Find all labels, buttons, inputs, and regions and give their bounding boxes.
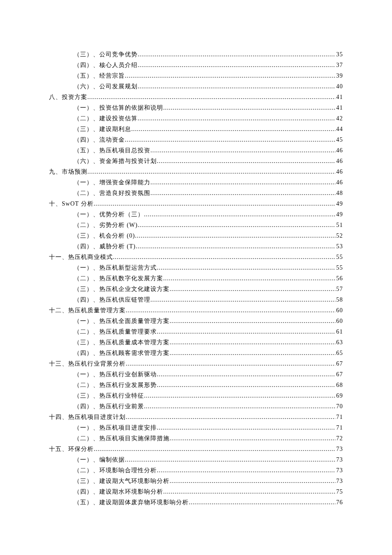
toc-entry-page: 46: [335, 145, 343, 156]
toc-entry: （二）、热压机行业发展形势68: [74, 380, 343, 390]
toc-leader-dots: [138, 60, 335, 70]
toc-entry-label: （四）、建设期水环境影响分析: [74, 486, 163, 497]
toc-entry: （三）、热压机企业文化建设方案57: [74, 284, 343, 294]
toc-entry-label: （三）、建设期大气环境影响分析: [74, 476, 170, 486]
toc-entry-page: 73: [335, 454, 343, 465]
toc-entry-page: 72: [335, 433, 343, 444]
toc-entry: （一）、热压机行业创新驱动67: [74, 369, 343, 380]
toc-entry-page: 68: [335, 380, 343, 390]
toc-entry-page: 42: [335, 113, 343, 124]
toc-leader-dots: [138, 81, 335, 92]
toc-entry: （一）、热压机新型运营方式55: [74, 262, 343, 273]
toc-entry-label: （四）、流动资金: [74, 134, 125, 145]
toc-leader-dots: [87, 166, 335, 177]
toc-entry-label: 十五、环保分析: [49, 444, 94, 454]
toc-entry-page: 73: [335, 465, 343, 476]
toc-entry-label: （二）、建设投资估算: [74, 113, 138, 124]
toc-entry: （六）、公司发展规划40: [74, 81, 343, 92]
toc-entry-page: 49: [335, 209, 343, 220]
toc-leader-dots: [157, 422, 335, 433]
toc-entry-label: 十一、热压机商业模式: [49, 252, 113, 262]
toc-entry-label: （四）、热压机顾客需求管理方案: [74, 348, 170, 358]
toc-entry-page: 67: [335, 369, 343, 380]
toc-leader-dots: [163, 102, 335, 113]
toc-entry-label: （六）、资金筹措与投资计划: [74, 156, 157, 166]
toc-leader-dots: [135, 241, 335, 252]
toc-leader-dots: [157, 262, 335, 273]
toc-entry-label: （二）、热压机质量管理要求: [74, 326, 157, 337]
toc-entry: （四）、热压机供应链管理58: [74, 294, 343, 305]
toc-entry-page: 41: [335, 92, 343, 102]
toc-entry: （五）、建设期固体废弃物环境影响分析76: [74, 497, 343, 508]
toc-entry-page: 57: [335, 284, 343, 294]
toc-entry-page: 61: [335, 326, 343, 337]
toc-entry: 十五、环保分析 73: [49, 444, 343, 454]
toc-entry: （二）、建设投资估算42: [74, 113, 343, 124]
toc-entry: 十、SwOT 分析 49: [49, 198, 343, 209]
toc-leader-dots: [126, 412, 335, 422]
toc-entry-page: 52: [335, 230, 343, 241]
toc-entry-page: 40: [335, 81, 343, 92]
toc-entry-label: （一）、增强资金保障能力: [74, 177, 150, 188]
toc-entry-label: 十、SwOT 分析: [49, 198, 94, 209]
toc-entry-label: （一）、热压机项目进度安排: [74, 422, 157, 433]
toc-entry: （二）、热压机项目实施保障措施72: [74, 433, 343, 444]
toc-entry-label: （一）、优势分析（三）: [74, 209, 144, 220]
toc-entry: （二）、劣势分析 (W) 51: [74, 220, 343, 230]
toc-leader-dots: [157, 380, 335, 390]
toc-entry: （四）、核心人员介绍37: [74, 60, 343, 70]
toc-entry: （一）、编制依据73: [74, 454, 343, 465]
toc-entry-label: （二）、环境影响合理性分析: [74, 465, 157, 476]
toc-entry: （一）、增强资金保障能力46: [74, 177, 343, 188]
toc-entry-page: 53: [335, 241, 343, 252]
toc-entry: 十三、热压机行业背景分析 67: [49, 358, 343, 369]
toc-entry-page: 46: [335, 156, 343, 166]
toc-list: （三）、公司竞争优势35（四）、核心人员介绍37（五）、经营宗旨39（六）、公司…: [49, 49, 343, 508]
toc-leader-dots: [150, 188, 335, 198]
toc-entry-page: 45: [335, 134, 343, 145]
toc-entry-label: （二）、热压机数字化发展方案: [74, 273, 163, 284]
toc-entry-page: 46: [335, 177, 343, 188]
toc-leader-dots: [94, 198, 335, 209]
toc-entry-label: （四）、热压机供应链管理: [74, 294, 150, 305]
toc-entry-label: （五）、热压机项目总投资: [74, 145, 150, 156]
toc-entry-page: 56: [335, 273, 343, 284]
toc-entry-label: 八、投资方案: [49, 92, 87, 102]
toc-leader-dots: [125, 454, 335, 465]
toc-entry-label: （五）、经营宗旨: [74, 70, 125, 81]
toc-entry: （四）、热压机行业前景70: [74, 401, 343, 412]
toc-entry: 九、市场预测 46: [49, 166, 343, 177]
toc-entry-page: 63: [335, 337, 343, 348]
toc-entry-page: 48: [335, 188, 343, 198]
toc-entry: （三）、建设期利息44: [74, 124, 343, 134]
toc-leader-dots: [150, 177, 335, 188]
toc-entry: 十二、热压机质量管理方案 60: [49, 305, 343, 316]
toc-leader-dots: [126, 358, 335, 369]
toc-entry: 十一、热压机商业模式 55: [49, 252, 343, 262]
toc-leader-dots: [135, 230, 335, 241]
toc-entry-page: 60: [335, 316, 343, 326]
toc-entry-label: （三）、热压机行业特征: [74, 390, 144, 401]
toc-leader-dots: [157, 369, 335, 380]
toc-leader-dots: [144, 401, 335, 412]
toc-entry-label: （四）、热压机行业前景: [74, 401, 144, 412]
toc-leader-dots: [138, 49, 335, 60]
toc-entry: （三）、热压机质量成本管理方案63: [74, 337, 343, 348]
toc-leader-dots: [170, 316, 335, 326]
toc-entry-label: （三）、热压机企业文化建设方案: [74, 284, 170, 294]
toc-leader-dots: [138, 220, 335, 230]
toc-entry: （二）、热压机数字化发展方案56: [74, 273, 343, 284]
toc-entry-label: 十二、热压机质量管理方案: [49, 305, 126, 316]
toc-page: （三）、公司竞争优势35（四）、核心人员介绍37（五）、经营宗旨39（六）、公司…: [0, 0, 392, 508]
toc-entry-page: 41: [335, 102, 343, 113]
toc-leader-dots: [125, 70, 335, 81]
toc-entry-label: 十三、热压机行业背景分析: [49, 358, 126, 369]
toc-entry-label: （四）、威胁分析 (T): [74, 241, 135, 252]
toc-entry-page: 37: [335, 60, 343, 70]
toc-leader-dots: [125, 134, 335, 145]
toc-entry-label: （三）、公司竞争优势: [74, 49, 138, 60]
toc-leader-dots: [144, 390, 335, 401]
toc-entry-page: 73: [335, 476, 343, 486]
toc-entry-page: 71: [335, 412, 343, 422]
toc-entry-page: 55: [335, 252, 343, 262]
